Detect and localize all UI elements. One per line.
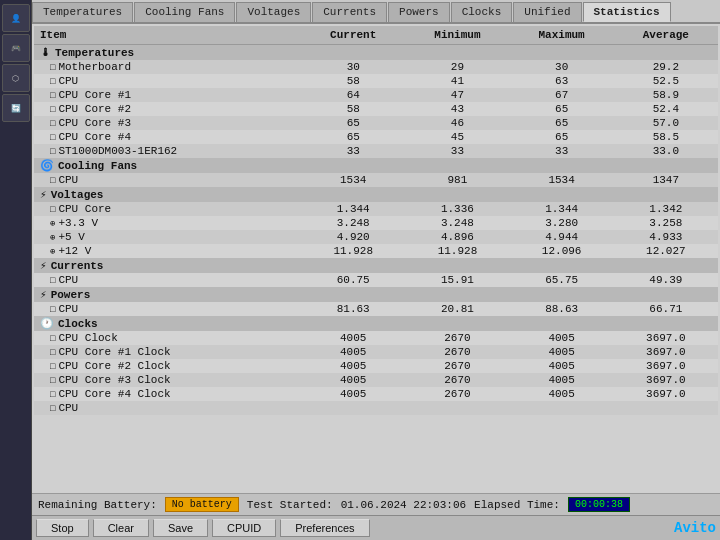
minimum-cell: 45 [405, 130, 509, 144]
tab-statistics[interactable]: Statistics [583, 2, 671, 22]
item-label: CPU Core #3 [58, 117, 131, 129]
row-icon: □ [50, 119, 55, 129]
tab-clocks[interactable]: Clocks [451, 2, 513, 22]
row-icon: ⊕ [50, 219, 55, 229]
average-cell: 52.5 [614, 74, 718, 88]
row-icon: □ [50, 376, 55, 386]
current-cell: 11.928 [301, 244, 405, 258]
item-cell: □CPU Clock [34, 331, 301, 345]
tab-powers[interactable]: Powers [388, 2, 450, 22]
maximum-cell: 4005 [510, 359, 614, 373]
item-label: CPU [58, 402, 78, 414]
button-bar: Stop Clear Save CPUID Preferences Avito [32, 515, 720, 540]
item-label: CPU [58, 303, 78, 315]
tab-unified[interactable]: Unified [513, 2, 581, 22]
average-cell: 66.71 [614, 302, 718, 316]
maximum-cell: 4005 [510, 373, 614, 387]
table-row: □CPU Core #1 Clock4005267040053697.0 [34, 345, 718, 359]
item-label: +12 V [58, 245, 91, 257]
clear-button[interactable]: Clear [93, 519, 149, 537]
table-row: □CPU153498115341347 [34, 173, 718, 187]
sidebar-item-4[interactable]: 🔄 [2, 94, 30, 122]
section-header-cell: 🌀Cooling Fans [34, 158, 718, 173]
maximum-cell: 63 [510, 74, 614, 88]
section-header-cell: 🌡Temperatures [34, 45, 718, 61]
item-label: CPU Core #3 Clock [58, 374, 170, 386]
battery-value: No battery [165, 497, 239, 512]
row-icon: □ [50, 362, 55, 372]
section-label: Clocks [58, 318, 98, 330]
item-cell: □CPU Core #4 [34, 130, 301, 144]
row-icon: □ [50, 133, 55, 143]
table-row: 🌡Temperatures [34, 45, 718, 61]
item-cell: □CPU Core #3 [34, 116, 301, 130]
row-icon: □ [50, 176, 55, 186]
item-cell: □CPU [34, 74, 301, 88]
minimum-cell [405, 401, 509, 415]
row-icon: □ [50, 147, 55, 157]
tab-voltages[interactable]: Voltages [236, 2, 311, 22]
table-row: □CPU Core #164476758.9 [34, 88, 718, 102]
row-icon: ⊕ [50, 247, 55, 257]
minimum-cell: 47 [405, 88, 509, 102]
row-icon: □ [50, 305, 55, 315]
maximum-cell: 65 [510, 130, 614, 144]
current-cell: 30 [301, 60, 405, 74]
table-row: □CPU60.7515.9165.7549.39 [34, 273, 718, 287]
col-minimum: Minimum [405, 26, 509, 45]
item-cell: □CPU [34, 401, 301, 415]
current-cell: 81.63 [301, 302, 405, 316]
battery-label: Remaining Battery: [38, 499, 157, 511]
row-icon: □ [50, 105, 55, 115]
current-cell: 65 [301, 130, 405, 144]
row-icon: □ [50, 348, 55, 358]
preferences-button[interactable]: Preferences [280, 519, 369, 537]
sidebar-item-1[interactable]: 👤 [2, 4, 30, 32]
table-row: □Motherboard30293029.2 [34, 60, 718, 74]
statistics-table-container[interactable]: Item Current Minimum Maximum Average 🌡Te… [32, 24, 720, 493]
average-cell: 58.9 [614, 88, 718, 102]
item-cell: □CPU Core #1 Clock [34, 345, 301, 359]
section-label: Voltages [51, 189, 104, 201]
table-row: ⚡Voltages [34, 187, 718, 202]
stop-button[interactable]: Stop [36, 519, 89, 537]
statistics-table: Item Current Minimum Maximum Average 🌡Te… [34, 26, 718, 415]
current-cell: 4005 [301, 387, 405, 401]
section-label: Powers [51, 289, 91, 301]
row-icon: □ [50, 404, 55, 414]
item-label: +5 V [58, 231, 84, 243]
item-cell: □CPU Core #3 Clock [34, 373, 301, 387]
minimum-cell: 2670 [405, 387, 509, 401]
minimum-cell: 33 [405, 144, 509, 158]
item-label: CPU Core #2 Clock [58, 360, 170, 372]
table-row: 🕐Clocks [34, 316, 718, 331]
save-button[interactable]: Save [153, 519, 208, 537]
maximum-cell: 67 [510, 88, 614, 102]
average-cell: 49.39 [614, 273, 718, 287]
tab-cooling-fans[interactable]: Cooling Fans [134, 2, 235, 22]
maximum-cell: 88.63 [510, 302, 614, 316]
maximum-cell: 4005 [510, 331, 614, 345]
cpuid-button[interactable]: CPUID [212, 519, 276, 537]
row-icon: □ [50, 390, 55, 400]
tab-temperatures[interactable]: Temperatures [32, 2, 133, 22]
item-cell: ⊕+3.3 V [34, 216, 301, 230]
maximum-cell: 1.344 [510, 202, 614, 216]
item-cell: □CPU Core [34, 202, 301, 216]
sidebar-item-2[interactable]: 🎮 [2, 34, 30, 62]
item-label: CPU Core [58, 203, 111, 215]
minimum-cell: 4.896 [405, 230, 509, 244]
section-icon: 🌀 [40, 160, 54, 172]
sidebar-item-3[interactable]: ⬡ [2, 64, 30, 92]
item-cell: □CPU [34, 273, 301, 287]
table-row: □CPU [34, 401, 718, 415]
item-label: Motherboard [58, 61, 131, 73]
average-cell [614, 401, 718, 415]
current-cell: 1.344 [301, 202, 405, 216]
tab-currents[interactable]: Currents [312, 2, 387, 22]
row-icon: ⊕ [50, 233, 55, 243]
table-row: ⊕+12 V11.92811.92812.09612.027 [34, 244, 718, 258]
item-cell: □CPU Core #1 [34, 88, 301, 102]
test-started-value: 01.06.2024 22:03:06 [341, 499, 466, 511]
average-cell: 3697.0 [614, 345, 718, 359]
